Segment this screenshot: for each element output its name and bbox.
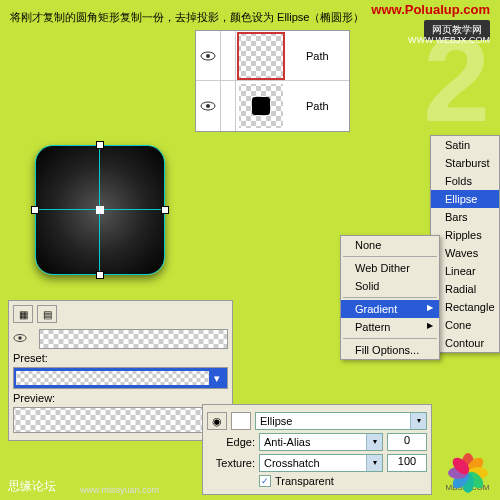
transform-handle[interactable] — [31, 206, 39, 214]
fill-color-swatch[interactable] — [231, 412, 251, 430]
logo-badge: MBSU.COM — [440, 440, 495, 495]
layer-row[interactable]: Path — [196, 31, 349, 81]
menu-item-rectangle[interactable]: Rectangle — [431, 298, 499, 316]
menu-item-solid[interactable]: Solid — [341, 277, 439, 295]
panel-tab-button[interactable]: ▤ — [37, 305, 57, 323]
edge-dropdown[interactable]: Anti-Alias ▾ — [259, 433, 383, 451]
transparent-label: Transparent — [275, 475, 334, 487]
watermark-web-url: WWW.WEBJX.COM — [408, 35, 490, 45]
transform-handle[interactable] — [161, 206, 169, 214]
layer-name[interactable]: Path — [286, 100, 349, 112]
menu-item-bars[interactable]: Bars — [431, 208, 499, 226]
menu-item-ellipse[interactable]: Ellipse — [431, 190, 499, 208]
menu-item-fill-options[interactable]: Fill Options... — [341, 341, 439, 359]
fill-icon[interactable]: ◉ — [207, 412, 227, 430]
menu-item-linear[interactable]: Linear — [431, 262, 499, 280]
color-swatch[interactable] — [39, 329, 228, 349]
properties-panel: ◉ Ellipse ▾ Edge: Anti-Alias ▾ 0 Texture… — [202, 404, 432, 495]
svg-point-5 — [18, 336, 22, 340]
menu-separator — [343, 297, 437, 298]
eye-icon — [13, 333, 31, 345]
menu-separator — [343, 338, 437, 339]
flower-icon — [448, 443, 488, 483]
transparent-checkbox[interactable]: ✓ — [259, 475, 271, 487]
texture-dropdown[interactable]: Crosshatch ▾ — [259, 454, 383, 472]
dropdown-arrow-icon: ▾ — [366, 455, 382, 471]
layer-name[interactable]: Path — [286, 50, 349, 62]
menu-item-none[interactable]: None — [341, 236, 439, 254]
svg-point-3 — [206, 104, 210, 108]
dropdown-value: Crosshatch — [260, 457, 366, 469]
dropdown-value: Anti-Alias — [260, 436, 366, 448]
watermark-url-top: www.Polualup.com — [371, 2, 490, 17]
menu-separator — [343, 256, 437, 257]
texture-label: Texture: — [207, 457, 255, 469]
menu-item-satin[interactable]: Satin — [431, 136, 499, 154]
transform-handle[interactable] — [96, 271, 104, 279]
fill-type-dropdown[interactable]: Ellipse ▾ — [255, 412, 427, 430]
transform-handle[interactable] — [96, 141, 104, 149]
layer-thumbnail[interactable] — [237, 32, 285, 80]
instruction-text: 将刚才复制的圆角矩形复制一份，去掉投影，颜色设为 Ellipse（椭圆形） — [10, 10, 364, 25]
gradient-type-submenu: Satin Starburst Folds Ellipse Bars Rippl… — [430, 135, 500, 353]
texture-amount-input[interactable]: 100 — [387, 454, 427, 472]
gradient-preview-strip — [16, 371, 209, 385]
layer-row[interactable]: Path — [196, 81, 349, 131]
menu-item-gradient[interactable]: Gradient — [341, 300, 439, 318]
visibility-toggle[interactable] — [196, 81, 221, 131]
menu-item-starburst[interactable]: Starburst — [431, 154, 499, 172]
menu-item-waves[interactable]: Waves — [431, 244, 499, 262]
dropdown-arrow-icon: ▾ — [209, 372, 225, 385]
layers-panel: Path Path — [195, 30, 350, 132]
svg-point-1 — [206, 54, 210, 58]
menu-item-contour[interactable]: Contour — [431, 334, 499, 352]
preset-label: Preset: — [13, 352, 63, 364]
footer-url: www.missyuan.com — [80, 485, 159, 495]
preview-swatch — [13, 407, 228, 433]
dropdown-arrow-icon: ▾ — [366, 434, 382, 450]
menu-item-folds[interactable]: Folds — [431, 172, 499, 190]
menu-item-cone[interactable]: Cone — [431, 316, 499, 334]
preset-dropdown[interactable]: ▾ — [13, 367, 228, 389]
edge-amount-input[interactable]: 0 — [387, 433, 427, 451]
canvas-shape[interactable] — [35, 145, 165, 275]
link-column[interactable] — [221, 31, 236, 81]
fill-menu: None Web Dither Solid Gradient Pattern F… — [340, 235, 440, 360]
dropdown-value: Ellipse — [256, 415, 410, 427]
link-column[interactable] — [221, 81, 236, 131]
edge-label: Edge: — [207, 436, 255, 448]
dropdown-arrow-icon: ▾ — [410, 413, 426, 429]
menu-item-webdither[interactable]: Web Dither — [341, 259, 439, 277]
menu-item-radial[interactable]: Radial — [431, 280, 499, 298]
visibility-toggle[interactable] — [196, 31, 221, 81]
gradient-panel: ▦ ▤ Preset: ▾ Preview: — [8, 300, 233, 441]
footer-brand: 思缘论坛 — [8, 478, 56, 495]
panel-tab-button[interactable]: ▦ — [13, 305, 33, 323]
preview-label: Preview: — [13, 392, 63, 404]
center-handle[interactable] — [96, 206, 104, 214]
layer-thumbnail[interactable] — [237, 82, 285, 130]
menu-item-ripples[interactable]: Ripples — [431, 226, 499, 244]
menu-item-pattern[interactable]: Pattern — [341, 318, 439, 336]
